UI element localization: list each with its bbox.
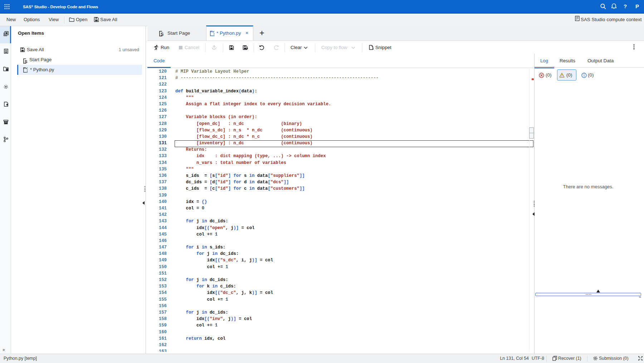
svg-text:S: S [25,59,28,64]
svg-text:PY: PY [210,31,213,33]
svg-text:S: S [161,32,164,37]
svg-text:PY: PY [24,67,26,69]
